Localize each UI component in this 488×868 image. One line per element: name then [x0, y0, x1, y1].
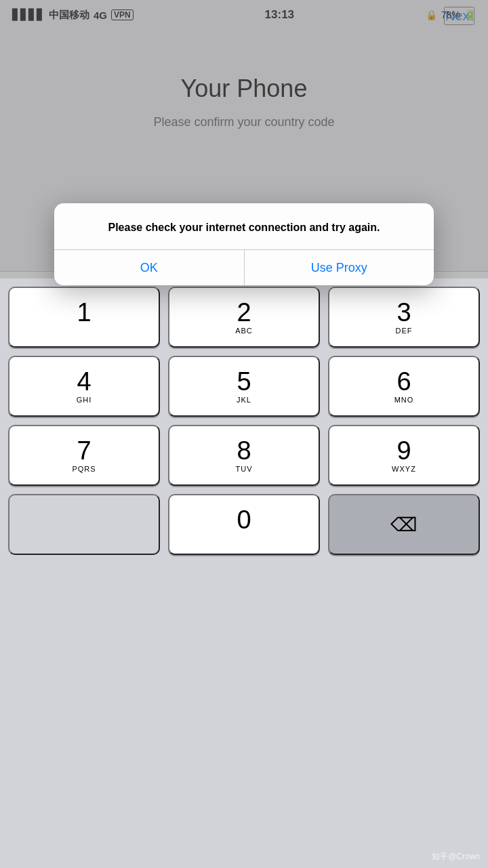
use-proxy-button[interactable]: Use Proxy — [245, 250, 434, 285]
key-9[interactable]: 9 WXYZ — [328, 425, 480, 486]
key-backspace[interactable]: ⌫ — [328, 494, 480, 555]
key-empty — [8, 494, 160, 555]
alert-buttons: OK Use Proxy — [54, 250, 434, 285]
key-6[interactable]: 6 MNO — [328, 356, 480, 417]
alert-dialog: Please check your internet connection an… — [54, 203, 434, 285]
ok-button[interactable]: OK — [54, 250, 244, 285]
keyboard-area: 1 2 ABC 3 DEF 4 GHI 5 JKL 6 MNO 7 PQRS — [0, 278, 488, 868]
key-3[interactable]: 3 DEF — [328, 287, 480, 348]
backspace-icon: ⌫ — [390, 514, 418, 536]
key-7[interactable]: 7 PQRS — [8, 425, 160, 486]
alert-message: Please check your internet connection an… — [54, 203, 434, 249]
key-4[interactable]: 4 GHI — [8, 356, 160, 417]
key-2[interactable]: 2 ABC — [168, 287, 320, 348]
key-5[interactable]: 5 JKL — [168, 356, 320, 417]
watermark: 知乎@Crown — [432, 851, 480, 863]
key-0[interactable]: 0 — [168, 494, 320, 555]
keyboard-grid: 1 2 ABC 3 DEF 4 GHI 5 JKL 6 MNO 7 PQRS — [0, 287, 488, 555]
key-1[interactable]: 1 — [8, 287, 160, 348]
key-8[interactable]: 8 TUV — [168, 425, 320, 486]
